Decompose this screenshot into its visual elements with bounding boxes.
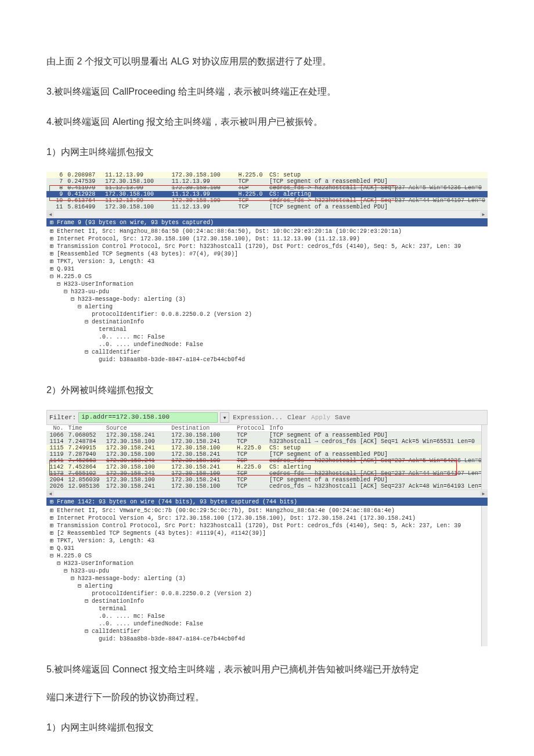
expand-icon[interactable]: ⊞ (50, 219, 53, 226)
packet-row[interactable]: 10 0.613764 11.12.13.99 172.30.158.100 T… (46, 197, 488, 204)
detail-line[interactable]: ..0. .... undefinedNode: False (46, 620, 488, 628)
packet-row[interactable]: 1066 7.068052 172.30.158.241 172.30.158.… (46, 432, 488, 439)
clear-button[interactable]: Clear (286, 414, 308, 421)
detail-line[interactable]: .0.. .... mc: False (46, 613, 488, 620)
detail-line[interactable]: ⊟ h323-message-body: alerting (3) (46, 575, 488, 582)
scroll-left-icon[interactable]: ◄ (47, 211, 54, 217)
packet-detail-2[interactable]: ⊞ Ethernet II, Src: Vmware_5c:0c:7b (00:… (46, 506, 488, 646)
body-para-2: 3.被叫终端返回 CallProceeding 给主叫终端，表示被叫终端正在处理… (46, 81, 488, 102)
detail-line[interactable]: ⊟ H323-UserInformation (46, 560, 488, 567)
packet-row[interactable]: 1119 7.287940 172.30.158.100 172.30.158.… (46, 451, 488, 458)
detail-line[interactable]: protocolIdentifier: 0.0.8.2250.0.2 (Vers… (46, 590, 488, 597)
detail-line[interactable]: ⊞ Internet Protocol, Src: 172.30.158.100… (46, 235, 488, 243)
scroll-right-icon[interactable]: ► (480, 491, 487, 496)
frame-header-2[interactable]: ⊞ Frame 1142: 93 bytes on wire (744 bits… (46, 498, 488, 506)
detail-line[interactable]: ⊟ h323-uu-pdu (46, 567, 488, 575)
packet-row[interactable]: 2004 12.856039 172.30.158.100 172.30.158… (46, 477, 488, 483)
packet-row[interactable]: 1114 7.248784 172.30.158.100 172.30.158.… (46, 438, 488, 445)
body-para-4: 1）内网主叫终端抓包报文 (46, 142, 488, 163)
detail-line[interactable]: guid: b38aa8b8-b3de-8847-a184-ce7b44cb0f… (46, 635, 488, 643)
apply-button[interactable]: Apply (310, 414, 331, 421)
detail-line[interactable]: ⊟ h323-message-body: alerting (3) (46, 296, 488, 303)
detail-line[interactable]: ⊞ Ethernet II, Src: Vmware_5c:0c:7b (00:… (46, 507, 488, 514)
column-header-row[interactable]: No.Time SourceDestination ProtocolInfo (46, 425, 488, 432)
detail-line[interactable]: ⊟ H.225.0 CS (46, 552, 488, 560)
detail-line[interactable]: ⊟ destinationInfo (46, 597, 488, 605)
frame-title-1: Frame 9 (93 bytes on wire, 93 bytes capt… (57, 219, 214, 226)
packet-row[interactable]: 1173 7.655102 172.30.158.241 172.30.158.… (46, 470, 488, 477)
wireshark-capture-1: 6 0.208987 11.12.13.99 172.30.158.100 H.… (46, 172, 488, 367)
filter-toolbar: Filter: ip.addr==172.30.158.100 ▼ Expres… (46, 410, 488, 425)
vscrollbar[interactable] (481, 425, 488, 489)
frame-header-1[interactable]: ⊞ Frame 9 (93 bytes on wire, 93 bytes ca… (46, 218, 488, 226)
detail-line[interactable]: terminal (46, 326, 488, 333)
detail-line[interactable]: .0.. .... mc: False (46, 333, 488, 341)
filter-dropdown-icon[interactable]: ▼ (220, 412, 229, 423)
vscrollbar[interactable] (481, 506, 488, 646)
body-para-3: 4.被叫终端返回 Alerting 报文给主叫终端，表示被叫用户已被振铃。 (46, 111, 488, 132)
detail-line[interactable]: ⊞ [Reassembled TCP Segments (43 bytes): … (46, 250, 488, 258)
wireshark-capture-2: Filter: ip.addr==172.30.158.100 ▼ Expres… (46, 410, 488, 646)
packet-row[interactable]: 9 0.412928 172.30.158.100 11.12.13.99 H.… (46, 191, 488, 197)
filter-label: Filter: (49, 414, 76, 421)
scroll-left-icon[interactable]: ◄ (47, 491, 54, 496)
packet-row[interactable]: 8 0.411979 11.12.13.99 172.30.158.100 TC… (46, 185, 488, 191)
detail-line[interactable]: ⊟ H.225.0 CS (46, 273, 488, 280)
hscrollbar-2[interactable]: ◄ ► (46, 489, 488, 498)
packet-detail-1[interactable]: ⊞ Ethernet II, Src: Hangzhou_88:6a:50 (0… (46, 226, 488, 367)
packet-row[interactable]: 1115 7.249915 172.30.158.241 172.30.158.… (46, 445, 488, 451)
detail-line[interactable]: ⊞ TPKT, Version: 3, Length: 43 (46, 537, 488, 545)
body-para-6: 5.被叫终端返回 Connect 报文给主叫终端，表示被叫用户已摘机并告知被叫终… (46, 659, 488, 680)
packet-row[interactable]: 11 5.816499 172.30.158.100 11.12.13.99 T… (46, 204, 488, 210)
packet-row[interactable]: 1142 7.452864 172.30.158.100 172.30.158.… (46, 464, 488, 470)
detail-line[interactable]: ⊟ alerting (46, 303, 488, 311)
frame-title-2: Frame 1142: 93 bytes on wire (744 bits),… (57, 499, 297, 505)
detail-line[interactable]: ⊟ H323-UserInformation (46, 280, 488, 288)
save-button[interactable]: Save (334, 414, 351, 421)
scroll-right-icon[interactable]: ► (480, 211, 487, 217)
detail-line[interactable]: guid: b38aa8b8-b3de-8847-a184-ce7b44cb0f… (46, 356, 488, 363)
packet-list-1[interactable]: 6 0.208987 11.12.13.99 172.30.158.100 H.… (46, 172, 488, 210)
detail-line[interactable]: ⊞ Q.931 (46, 545, 488, 552)
detail-line[interactable]: ⊞ [2 Reassembled TCP Segments (43 bytes)… (46, 530, 488, 537)
detail-line[interactable]: ⊞ Transmission Control Protocol, Src Por… (46, 522, 488, 530)
body-para-1: 由上面 2 个报文可以明显看出 ALG 对协议应用层的数据进行了处理。 (46, 51, 488, 72)
expression-button[interactable]: Expression... (232, 414, 284, 421)
detail-line[interactable]: ⊟ h323-uu-pdu (46, 288, 488, 296)
detail-line[interactable]: ..0. .... undefinedNode: False (46, 341, 488, 348)
detail-line[interactable]: ⊟ callIdentifier (46, 348, 488, 356)
detail-line[interactable]: ⊞ TPKT, Version: 3, Length: 43 (46, 258, 488, 265)
filter-input[interactable]: ip.addr==172.30.158.100 (78, 412, 218, 423)
detail-line[interactable]: protocolIdentifier: 0.0.8.2250.0.2 (Vers… (46, 311, 488, 318)
body-para-8: 1）内网主叫终端抓包报文 (46, 717, 488, 738)
packet-list-2[interactable]: No.Time SourceDestination ProtocolInfo 1… (46, 425, 488, 489)
detail-line[interactable]: terminal (46, 605, 488, 613)
detail-line[interactable]: ⊟ alerting (46, 582, 488, 590)
detail-line[interactable]: ⊞ Ethernet II, Src: Hangzhou_88:6a:50 (0… (46, 228, 488, 235)
expand-icon[interactable]: ⊞ (50, 499, 53, 505)
detail-line[interactable]: ⊞ Q.931 (46, 265, 488, 273)
detail-line[interactable]: ⊟ callIdentifier (46, 628, 488, 635)
detail-line[interactable]: ⊟ destinationInfo (46, 318, 488, 326)
hscrollbar[interactable]: ◄ ► (46, 210, 488, 218)
body-para-7: 端口来进行下一阶段的协议协商过程。 (46, 687, 488, 708)
packet-row[interactable]: 6 0.208987 11.12.13.99 172.30.158.100 H.… (46, 172, 488, 178)
detail-line[interactable]: ⊞ Internet Protocol Version 4, Src: 172.… (46, 514, 488, 522)
detail-line[interactable]: ⊞ Transmission Control Protocol, Src Por… (46, 243, 488, 250)
packet-row[interactable]: 7 0.247539 172.30.158.100 11.12.13.99 TC… (46, 178, 488, 185)
packet-row[interactable]: 1141 7.452663 172.30.158.241 172.30.158.… (46, 458, 488, 464)
body-para-5: 2）外网被叫终端抓包报文 (46, 380, 488, 401)
packet-row[interactable]: 2026 12.985136 172.30.158.241 172.30.158… (46, 483, 488, 489)
